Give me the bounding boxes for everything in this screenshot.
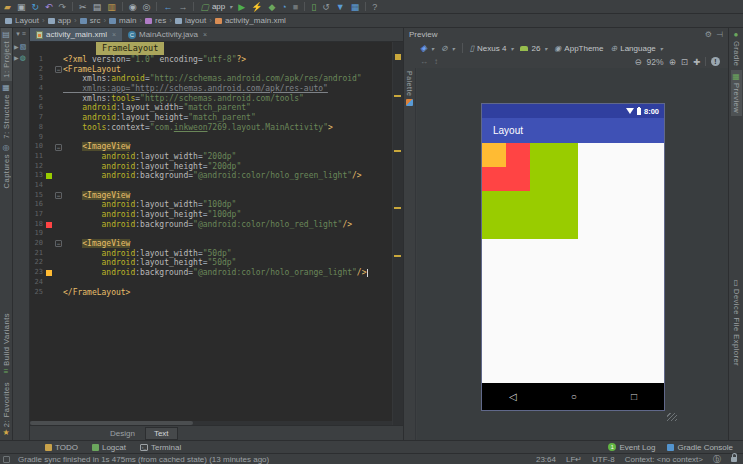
tool-window-button-captures[interactable]: ◎Captures [1,141,12,191]
lock-icon[interactable] [731,457,737,462]
open-icon[interactable]: ▰ [4,2,11,12]
device-selector[interactable]: ▯Nexus 4▾ [470,44,514,53]
forward-icon[interactable]: → [178,2,187,12]
orientation-selector[interactable]: ⊘▾ [441,44,455,53]
sync-gradle-icon[interactable]: ↺ [322,2,330,12]
profile-icon[interactable]: ◔ [281,2,286,12]
device-preview[interactable]: 8:00 Layout ◁○□ [482,104,664,410]
code-text: tools:context="com.inkweon7269.layout.Ma… [63,123,392,133]
preview-imageview-rect[interactable] [482,143,506,167]
phone-content[interactable] [482,143,664,383]
tab-text[interactable]: Text [145,427,178,440]
recents-nav-icon[interactable]: □ [631,391,637,402]
warning-stripe-mark[interactable] [394,150,401,152]
run-config-selector[interactable]: ▢app▾ [200,2,232,12]
strip-settings-icon[interactable]: ≡ [22,30,26,41]
palette-tab[interactable]: Palette [404,68,416,440]
tree-node-gradle-scripts[interactable]: ▶◍ [13,52,29,63]
tab-design[interactable]: Design [102,428,143,439]
tool-button-terminal[interactable]: ›_Terminal [140,443,181,452]
run-icon[interactable]: ▶ [238,2,245,12]
code-lines[interactable]: 1<?xml version="1.0" encoding="utf-8"?>2… [30,55,392,297]
strip-collapse-icon[interactable]: ▾ [16,30,20,41]
home-nav-icon[interactable]: ○ [571,391,577,402]
close-icon[interactable]: × [203,31,207,38]
editor-tab-mainactivity-java[interactable]: CMainActivity.java× [122,28,213,41]
stop-icon[interactable]: ■ [293,2,298,12]
tool-button-logcat[interactable]: Logcat [92,443,126,452]
resize-vertical-icon[interactable]: ↕ [434,57,438,66]
breadcrumb-item[interactable]: main [109,16,136,25]
warning-stripe-mark[interactable] [394,207,401,209]
caret-position[interactable]: 23:64 [536,455,556,464]
pan-button[interactable]: ✚ [693,57,700,67]
debug-icon[interactable]: ◆ [268,2,275,12]
breadcrumb-item[interactable]: src [80,16,101,25]
find-icon[interactable]: ◉ [129,2,137,12]
preview-hide-icon[interactable]: ⊣ [716,30,723,39]
tool-window-button-gradle[interactable]: ●Gradle [731,28,742,70]
breadcrumb-item[interactable]: activity_main.xml [215,16,286,25]
expand-arrow-icon[interactable]: ▶ [14,54,19,61]
resize-horizontal-icon[interactable]: ↔ [420,57,428,66]
expand-arrow-icon[interactable]: ▶ [14,43,19,50]
copy-icon[interactable]: ▤ [93,2,102,12]
paste-icon[interactable]: ▥ [107,2,116,12]
warning-stripe-mark[interactable] [394,95,401,97]
api-level-selector[interactable]: 26▾ [520,44,547,53]
context-indicator[interactable]: Context: <no context> [625,455,703,464]
help-icon[interactable]: ? [372,2,377,12]
line-ending-indicator[interactable]: LF↵ [566,455,582,464]
tool-window-button-device-file-explorer[interactable]: ▯Device File Explorer [731,276,742,369]
language-selector[interactable]: ⊕Language▾ [610,44,662,53]
design-surface-selector[interactable]: ◈▾ [420,43,434,53]
tool-window-icon: ≡ [4,368,9,376]
close-icon[interactable]: × [112,31,116,38]
fold-marker-icon[interactable]: − [55,240,62,247]
theme-selector[interactable]: ◉AppTheme [554,44,603,53]
editor-horizontal-scrollbar[interactable] [30,421,392,425]
fold-marker-icon[interactable]: − [55,66,62,73]
tool-window-button-build-variants[interactable]: Build Variants≡ [1,310,12,379]
tool-button-gradle-console[interactable]: Gradle Console [667,443,733,452]
design-surface[interactable]: 8:00 Layout ◁○□ [417,68,728,440]
tool-window-button-7-structure[interactable]: ▦7: Structure [1,81,12,142]
breadcrumb-item[interactable]: layout [175,16,206,25]
preview-settings-gear-icon[interactable]: ⚙ [705,30,712,39]
zoom-in-button[interactable]: ⊕ [669,57,676,67]
tool-button-event-log[interactable]: 1Event Log [608,443,655,452]
cut-icon[interactable]: ✂ [79,2,87,12]
fold-marker-icon[interactable]: − [55,192,62,199]
sdk-manager-icon[interactable]: ▼ [336,2,345,12]
tool-window-button-2-favorites[interactable]: 2: Favorites★ [1,379,12,440]
replace-icon[interactable]: ◎ [143,2,151,12]
undo-icon[interactable]: ↶ [45,2,53,12]
editor-tab-activity-main-xml[interactable]: activity_main.xml× [30,28,122,41]
tree-node-app[interactable]: ▶▧ [13,41,29,52]
back-icon[interactable]: ← [163,2,172,12]
encoding-indicator[interactable]: UTF-8 [592,455,615,464]
zoom-fit-button[interactable]: ⊡ [681,57,688,67]
breadcrumb-item[interactable]: Layout [5,16,39,25]
highlighting-level-icon[interactable]: ⓑ [713,454,721,464]
layout-inspector-icon[interactable]: ▦ [351,2,360,12]
sync-icon[interactable]: ↻ [31,2,39,12]
warning-stripe-mark[interactable] [394,255,401,257]
preview-resize-handle[interactable] [667,413,677,421]
editor-scrollbar[interactable] [392,42,403,425]
attach-debugger-icon[interactable]: ⚡ [251,2,262,12]
tool-window-button-1-project[interactable]: ▤1: Project [1,28,12,81]
save-icon[interactable]: ▣ [17,2,26,12]
avd-manager-icon[interactable]: ▯ [311,2,316,12]
tool-button-todo[interactable]: TODO [45,443,78,452]
code-editor[interactable]: FrameLayout 1<?xml version="1.0" encodin… [30,42,403,425]
back-nav-icon[interactable]: ◁ [509,391,517,402]
breadcrumb-item[interactable]: app [48,16,71,25]
render-issues-icon[interactable]: ! [711,57,720,66]
breadcrumb-item[interactable]: res [145,16,166,25]
redo-icon[interactable]: ↷ [59,2,67,12]
fold-marker-icon[interactable]: − [55,144,62,151]
zoom-out-button[interactable]: ⊖ [634,57,641,67]
inspection-indicator-icon[interactable] [395,54,401,60]
tool-window-button-preview[interactable]: ▦Preview [731,70,742,116]
